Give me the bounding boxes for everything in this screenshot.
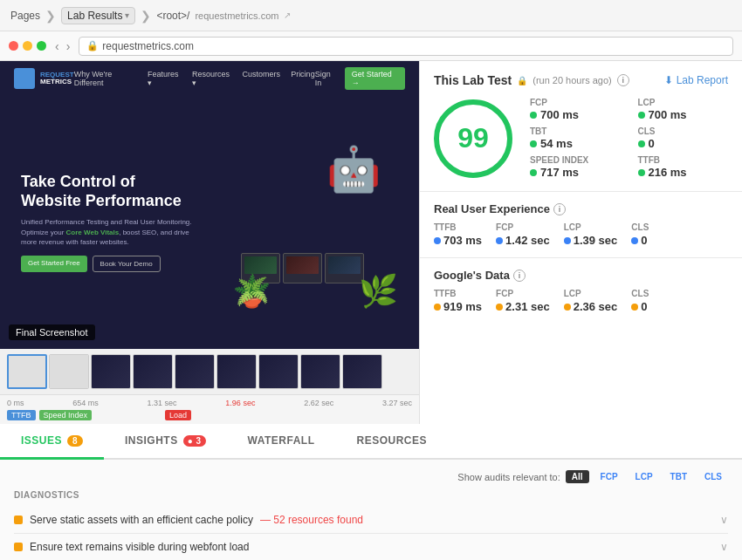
close-button[interactable] bbox=[9, 41, 18, 51]
audit-item-cache[interactable]: Serve static assets with an efficient ca… bbox=[14, 507, 728, 534]
chevron-down-icon: ▾ bbox=[125, 10, 129, 20]
tabs-row: ISSUES 8 INSIGHTS ● 3 WATERFALL RESOURCE… bbox=[0, 424, 742, 460]
top-nav: Pages ❯ Lab Results ▾ ❯ <root>/ requestm… bbox=[0, 0, 742, 31]
lock-icon: 🔒 bbox=[86, 40, 99, 51]
film-frame-8[interactable] bbox=[300, 354, 340, 389]
lab-subtitle: (run 20 hours ago) bbox=[532, 75, 612, 85]
root-path: <root>/ bbox=[156, 10, 189, 22]
site-hero: Take Control ofWebsite Performance Unifi… bbox=[0, 96, 419, 349]
filter-fcp[interactable]: FCP bbox=[594, 470, 624, 483]
speed-index-dot bbox=[530, 169, 537, 176]
gd-title: Google's Data i bbox=[434, 269, 728, 282]
diagnostics-label: DIAGNOSTICS bbox=[14, 490, 728, 500]
filter-tbt[interactable]: TBT bbox=[664, 470, 693, 483]
nav-features: Features ▾ bbox=[148, 70, 182, 87]
film-frame-2[interactable] bbox=[49, 354, 89, 389]
rue-title: Real User Experience i bbox=[434, 202, 728, 215]
lab-results-dropdown[interactable]: Lab Results ▾ bbox=[61, 7, 135, 24]
rue-info-icon: i bbox=[553, 203, 566, 215]
plant-right-icon: 🌿 bbox=[359, 273, 398, 310]
address-text: requestmetrics.com bbox=[102, 40, 194, 52]
hero-headline: Take Control ofWebsite Performance bbox=[21, 173, 196, 210]
score-circle: 99 bbox=[434, 99, 512, 178]
score-number: 99 bbox=[457, 122, 489, 154]
gd-fcp-dot bbox=[496, 304, 503, 311]
tbt-dot bbox=[530, 140, 537, 147]
cls-dot bbox=[638, 140, 645, 147]
gd-lcp-dot bbox=[564, 304, 571, 311]
screenshot-label: Final Screenshot bbox=[9, 324, 95, 340]
marker-327: 3.27 sec bbox=[382, 399, 412, 407]
film-frame-5[interactable] bbox=[175, 354, 215, 389]
audit-left-font: Ensure text remains visible during webfo… bbox=[14, 541, 720, 553]
marker-262: 2.62 sec bbox=[304, 399, 333, 407]
real-user-section: Real User Experience i TTFB 703 ms FCP 1… bbox=[420, 192, 742, 258]
film-frame-7[interactable] bbox=[258, 354, 299, 389]
speed-index-badge: Speed Index bbox=[39, 410, 93, 420]
marker-196: 1.96 sec bbox=[225, 399, 255, 407]
info-icon: i bbox=[617, 74, 629, 86]
film-frame-9[interactable] bbox=[342, 354, 382, 389]
filter-label: Show audits relevant to: bbox=[457, 472, 560, 482]
lab-report-button[interactable]: ⬇ Lab Report bbox=[664, 74, 728, 86]
score-area: 99 FCP 700 ms LCP 700 ms TBT 54 ms bbox=[434, 98, 728, 179]
film-frame-4[interactable] bbox=[133, 354, 173, 389]
metric-lcp: LCP 700 ms bbox=[638, 98, 729, 121]
pages-link[interactable]: Pages bbox=[10, 10, 40, 22]
url-label: requestmetrics.com bbox=[195, 10, 278, 21]
timeline-markers: 0 ms 654 ms 1.31 sec 1.96 sec 2.62 sec 3… bbox=[7, 399, 412, 407]
lab-test-section: This Lab Test 🔒 (run 20 hours ago) i ⬇ L… bbox=[420, 61, 742, 192]
get-started-free-btn[interactable]: Get Started Free bbox=[21, 256, 87, 272]
fcp-dot bbox=[530, 112, 537, 119]
cache-text: Serve static assets with an efficient ca… bbox=[30, 514, 253, 526]
rue-cls-dot bbox=[631, 237, 638, 244]
lab-title: This Lab Test 🔒 (run 20 hours ago) i bbox=[434, 73, 629, 87]
marker-0: 0 ms bbox=[7, 399, 24, 407]
film-frame-3[interactable] bbox=[91, 354, 131, 389]
tab-insights[interactable]: INSIGHTS ● 3 bbox=[104, 424, 227, 460]
hero-paragraph: Unified Performance Testing and Real Use… bbox=[21, 217, 196, 247]
maximize-button[interactable] bbox=[37, 41, 46, 51]
nav-buttons: ‹ › bbox=[53, 39, 72, 53]
tab-waterfall[interactable]: WATERFALL bbox=[227, 424, 336, 460]
film-frame-6[interactable] bbox=[216, 354, 257, 389]
nav-customers: Customers bbox=[243, 70, 281, 87]
font-dot bbox=[14, 543, 23, 551]
right-panel: This Lab Test 🔒 (run 20 hours ago) i ⬇ L… bbox=[419, 61, 742, 424]
back-button[interactable]: ‹ bbox=[53, 39, 61, 53]
rue-ttfb: TTFB 703 ms bbox=[434, 222, 482, 247]
get-started-cta: Get Started → bbox=[345, 67, 405, 90]
filter-cls[interactable]: CLS bbox=[698, 470, 728, 483]
metric-cls: CLS 0 bbox=[638, 126, 729, 150]
book-demo-btn[interactable]: Book Your Demo bbox=[93, 256, 161, 272]
gd-cls-dot bbox=[631, 304, 638, 311]
gd-ttfb: TTFB 919 ms bbox=[434, 289, 482, 313]
cache-dot bbox=[14, 516, 23, 524]
gd-cls: CLS 0 bbox=[631, 289, 649, 313]
metric-speed-index: SPEED INDEX 717 ms bbox=[530, 155, 621, 179]
timeline-badges: TTFB Speed Index Load bbox=[7, 410, 412, 420]
film-frame-1[interactable] bbox=[7, 354, 47, 389]
robot-icon: 🤖 bbox=[326, 144, 381, 195]
filmstrip-frames bbox=[0, 349, 419, 394]
marker-131: 1.31 sec bbox=[148, 399, 177, 407]
lab-header: This Lab Test 🔒 (run 20 hours ago) i ⬇ L… bbox=[434, 73, 728, 87]
site-nav: REQUESTMETRICS Why We're Different Featu… bbox=[0, 61, 419, 96]
gd-metrics: TTFB 919 ms FCP 2.31 sec LCP 2.36 sec CL… bbox=[434, 289, 728, 313]
audit-item-font[interactable]: Ensure text remains visible during webfo… bbox=[14, 534, 728, 560]
tab-issues[interactable]: ISSUES 8 bbox=[0, 424, 104, 460]
tab-resources[interactable]: RESOURCES bbox=[336, 424, 449, 460]
nav-why: Why We're Different bbox=[74, 70, 137, 87]
forward-button[interactable]: › bbox=[65, 39, 72, 53]
cache-chevron-icon: ∨ bbox=[720, 514, 728, 526]
hero-text: Take Control ofWebsite Performance Unifi… bbox=[21, 173, 196, 272]
logo-text: REQUESTMETRICS bbox=[40, 72, 74, 85]
filter-all[interactable]: All bbox=[566, 470, 589, 483]
load-badge: Load bbox=[165, 410, 191, 420]
filter-lcp[interactable]: LCP bbox=[629, 470, 659, 483]
logo-icon bbox=[14, 68, 35, 89]
minimize-button[interactable] bbox=[23, 41, 32, 51]
audit-filter-row: Show audits relevant to: All FCP LCP TBT… bbox=[14, 470, 728, 483]
address-bar[interactable]: 🔒 requestmetrics.com bbox=[79, 37, 733, 56]
gd-ttfb-dot bbox=[434, 304, 441, 311]
